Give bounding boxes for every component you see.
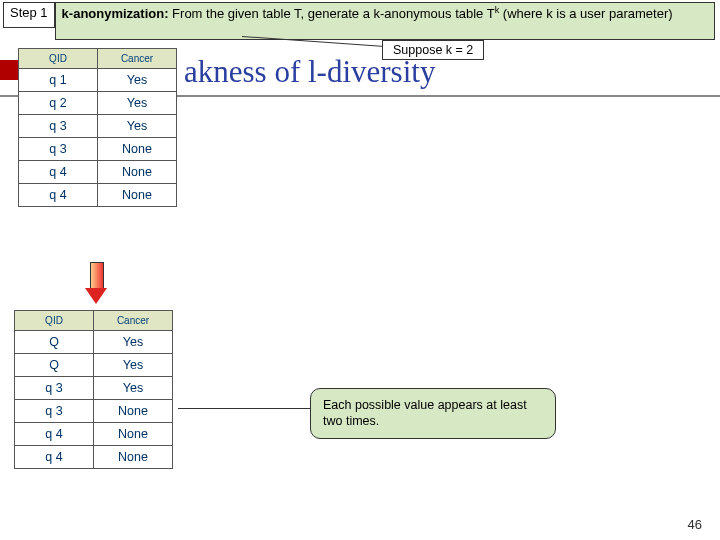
table-row: q 3Yes <box>19 115 177 138</box>
table-row: QYes <box>15 354 173 377</box>
col-cancer: Cancer <box>98 49 177 69</box>
step-bold: k-anonymization: <box>62 6 169 21</box>
table-row: q 2Yes <box>19 92 177 115</box>
explanation-callout: Each possible value appears at least two… <box>310 388 556 439</box>
table-row: QYes <box>15 331 173 354</box>
step-description: k-anonymization: From the given table T,… <box>55 2 715 40</box>
transform-arrow-icon <box>86 262 106 304</box>
table-row: q 4None <box>19 184 177 207</box>
table-row: q 4None <box>15 423 173 446</box>
step-tail: (where k is a user parameter) <box>499 6 672 21</box>
table-header-row: QID Cancer <box>19 49 177 69</box>
step-banner: Step 1 k-anonymization: From the given t… <box>3 2 715 40</box>
input-table: QID Cancer q 1Yes q 2Yes q 3Yes q 3None … <box>18 48 177 207</box>
slide-number: 46 <box>688 517 702 532</box>
table-row: q 3Yes <box>15 377 173 400</box>
table-row: q 4None <box>15 446 173 469</box>
col-qid: QID <box>15 311 94 331</box>
suppose-k-box: Suppose k = 2 <box>382 40 484 60</box>
col-cancer: Cancer <box>94 311 173 331</box>
table-row: q 1Yes <box>19 69 177 92</box>
col-qid: QID <box>19 49 98 69</box>
table-row: q 3None <box>19 138 177 161</box>
anonymized-table: QID Cancer QYes QYes q 3Yes q 3None q 4N… <box>14 310 173 469</box>
step-number: Step 1 <box>3 2 55 28</box>
table-row: q 3None <box>15 400 173 423</box>
callout-connector-line <box>178 408 310 410</box>
step-text: From the given table T, generate a k-ano… <box>169 6 495 21</box>
table-row: q 4None <box>19 161 177 184</box>
table-header-row: QID Cancer <box>15 311 173 331</box>
